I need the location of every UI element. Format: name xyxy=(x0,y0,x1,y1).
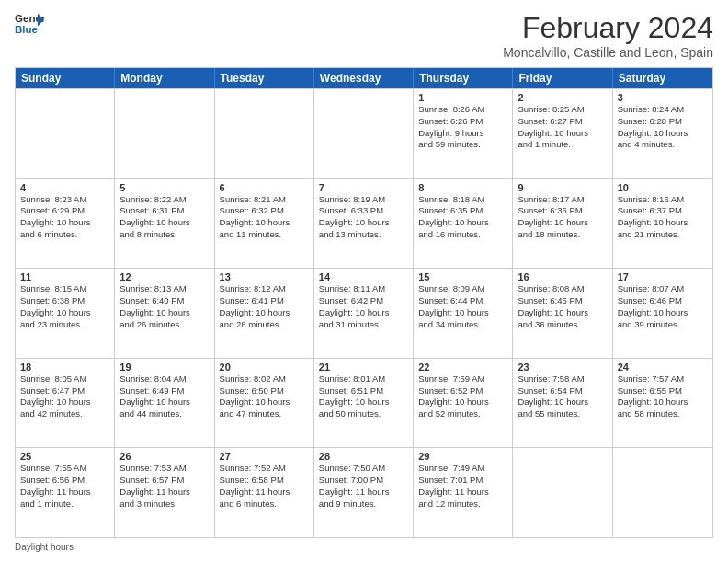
cell-line: Sunrise: 8:09 AM xyxy=(418,283,507,295)
calendar-row-0: 1Sunrise: 8:26 AMSunset: 6:26 PMDaylight… xyxy=(16,88,712,178)
day-number: 4 xyxy=(20,182,109,193)
calendar-cell xyxy=(16,89,115,178)
weekday-header-wednesday: Wednesday xyxy=(314,68,414,88)
cell-line: Daylight: 10 hours xyxy=(220,307,309,319)
cell-line: Daylight: 10 hours xyxy=(119,307,209,319)
cell-line: Sunset: 6:31 PM xyxy=(119,205,209,217)
cell-line: Sunrise: 7:55 AM xyxy=(20,463,109,475)
cell-line: Sunset: 6:26 PM xyxy=(418,116,507,128)
calendar-cell xyxy=(613,448,712,537)
cell-line: Sunrise: 8:01 AM xyxy=(319,373,408,385)
cell-line: Daylight: 10 hours xyxy=(518,217,607,229)
cell-line: Sunset: 6:38 PM xyxy=(20,295,109,307)
day-number: 26 xyxy=(119,451,209,462)
day-number: 16 xyxy=(518,271,607,282)
cell-line: Daylight: 10 hours xyxy=(618,307,708,319)
day-number: 3 xyxy=(618,92,708,103)
cell-line: and 42 minutes. xyxy=(20,408,109,420)
calendar-body: 1Sunrise: 8:26 AMSunset: 6:26 PMDaylight… xyxy=(16,88,712,537)
cell-line: and 50 minutes. xyxy=(319,408,408,420)
cell-line: Sunset: 6:50 PM xyxy=(220,385,309,397)
calendar-cell xyxy=(314,89,414,178)
calendar-cell: 19Sunrise: 8:04 AMSunset: 6:49 PMDayligh… xyxy=(115,359,214,448)
cell-line: Sunrise: 8:05 AM xyxy=(20,373,109,385)
cell-line: and 59 minutes. xyxy=(418,139,507,151)
calendar-cell: 20Sunrise: 8:02 AMSunset: 6:50 PMDayligh… xyxy=(215,359,314,448)
calendar-cell: 5Sunrise: 8:22 AMSunset: 6:31 PMDaylight… xyxy=(115,179,214,269)
cell-line: Daylight: 10 hours xyxy=(518,128,607,140)
cell-line: Daylight: 10 hours xyxy=(119,217,209,229)
cell-line: Sunset: 6:46 PM xyxy=(618,295,708,307)
cell-line: and 23 minutes. xyxy=(20,319,109,331)
cell-line: Daylight: 11 hours xyxy=(319,487,408,499)
logo: General Blue xyxy=(15,11,44,37)
cell-line: Sunset: 6:35 PM xyxy=(418,205,507,217)
cell-line: Sunset: 6:47 PM xyxy=(20,385,109,397)
calendar-cell: 3Sunrise: 8:24 AMSunset: 6:28 PMDaylight… xyxy=(613,89,712,178)
cell-line: Daylight: 10 hours xyxy=(618,128,708,140)
cell-line: Sunrise: 8:21 AM xyxy=(220,194,309,206)
day-number: 5 xyxy=(119,182,209,193)
cell-line: and 44 minutes. xyxy=(119,408,209,420)
cell-line: and 18 minutes. xyxy=(518,229,607,241)
cell-line: and 9 minutes. xyxy=(319,499,408,511)
cell-line: Sunset: 6:37 PM xyxy=(618,205,708,217)
calendar-cell: 10Sunrise: 8:16 AMSunset: 6:37 PMDayligh… xyxy=(613,179,712,269)
day-number: 10 xyxy=(618,182,708,193)
day-number: 1 xyxy=(418,92,507,103)
cell-line: Sunset: 6:27 PM xyxy=(518,116,607,128)
calendar-cell: 26Sunrise: 7:53 AMSunset: 6:57 PMDayligh… xyxy=(115,448,214,537)
cell-line: Sunset: 6:28 PM xyxy=(618,116,708,128)
cell-line: and 8 minutes. xyxy=(119,229,209,241)
day-number: 14 xyxy=(319,271,408,282)
calendar-cell: 1Sunrise: 8:26 AMSunset: 6:26 PMDaylight… xyxy=(414,89,513,178)
month-title: February 2024 xyxy=(503,11,713,45)
calendar-cell: 7Sunrise: 8:19 AMSunset: 6:33 PMDaylight… xyxy=(314,179,414,269)
cell-line: Daylight: 10 hours xyxy=(20,396,109,408)
cell-line: Daylight: 10 hours xyxy=(220,396,309,408)
calendar-cell: 4Sunrise: 8:23 AMSunset: 6:29 PMDaylight… xyxy=(16,179,115,269)
cell-line: Sunrise: 8:23 AM xyxy=(20,194,109,206)
cell-line: Sunrise: 8:02 AM xyxy=(220,373,309,385)
weekday-header-monday: Monday xyxy=(115,68,214,88)
cell-line: Sunset: 7:01 PM xyxy=(418,475,507,487)
calendar-cell: 22Sunrise: 7:59 AMSunset: 6:52 PMDayligh… xyxy=(414,359,513,448)
day-number: 7 xyxy=(319,182,408,193)
cell-line: Daylight: 10 hours xyxy=(319,307,408,319)
calendar-row-3: 18Sunrise: 8:05 AMSunset: 6:47 PMDayligh… xyxy=(16,358,712,448)
cell-line: and 28 minutes. xyxy=(220,319,309,331)
cell-line: Daylight: 10 hours xyxy=(518,396,607,408)
cell-line: Sunrise: 8:18 AM xyxy=(418,194,507,206)
calendar-cell: 8Sunrise: 8:18 AMSunset: 6:35 PMDaylight… xyxy=(414,179,513,269)
cell-line: Sunrise: 8:17 AM xyxy=(518,194,607,206)
cell-line: Sunrise: 8:24 AM xyxy=(618,104,708,116)
calendar-cell: 25Sunrise: 7:55 AMSunset: 6:56 PMDayligh… xyxy=(16,448,115,537)
day-number: 17 xyxy=(618,271,708,282)
day-number: 2 xyxy=(518,92,607,103)
cell-line: Sunset: 6:42 PM xyxy=(319,295,408,307)
page: General Blue February 2024 Moncalvillo, … xyxy=(0,0,728,563)
calendar-cell: 13Sunrise: 8:12 AMSunset: 6:41 PMDayligh… xyxy=(215,269,314,358)
cell-line: Sunset: 7:00 PM xyxy=(319,475,408,487)
cell-line: and 26 minutes. xyxy=(119,319,209,331)
cell-line: and 11 minutes. xyxy=(220,229,309,241)
cell-line: Daylight: 11 hours xyxy=(119,487,209,499)
title-area: February 2024 Moncalvillo, Castille and … xyxy=(503,11,713,60)
cell-line: Sunrise: 8:16 AM xyxy=(618,194,708,206)
cell-line: and 52 minutes. xyxy=(418,408,507,420)
calendar: SundayMondayTuesdayWednesdayThursdayFrid… xyxy=(15,67,713,538)
cell-line: Daylight: 10 hours xyxy=(618,396,708,408)
cell-line: Sunset: 6:51 PM xyxy=(319,385,408,397)
calendar-cell xyxy=(513,448,612,537)
cell-line: and 12 minutes. xyxy=(418,499,507,511)
calendar-cell: 6Sunrise: 8:21 AMSunset: 6:32 PMDaylight… xyxy=(215,179,314,269)
day-number: 15 xyxy=(418,271,507,282)
cell-line: and 6 minutes. xyxy=(220,499,309,511)
calendar-row-1: 4Sunrise: 8:23 AMSunset: 6:29 PMDaylight… xyxy=(16,178,712,269)
cell-line: Sunrise: 8:26 AM xyxy=(418,104,507,116)
cell-line: Daylight: 10 hours xyxy=(319,396,408,408)
cell-line: Sunrise: 7:52 AM xyxy=(220,463,309,475)
svg-text:Blue: Blue xyxy=(15,24,39,35)
cell-line: Sunrise: 7:50 AM xyxy=(319,463,408,475)
calendar-cell: 29Sunrise: 7:49 AMSunset: 7:01 PMDayligh… xyxy=(414,448,513,537)
